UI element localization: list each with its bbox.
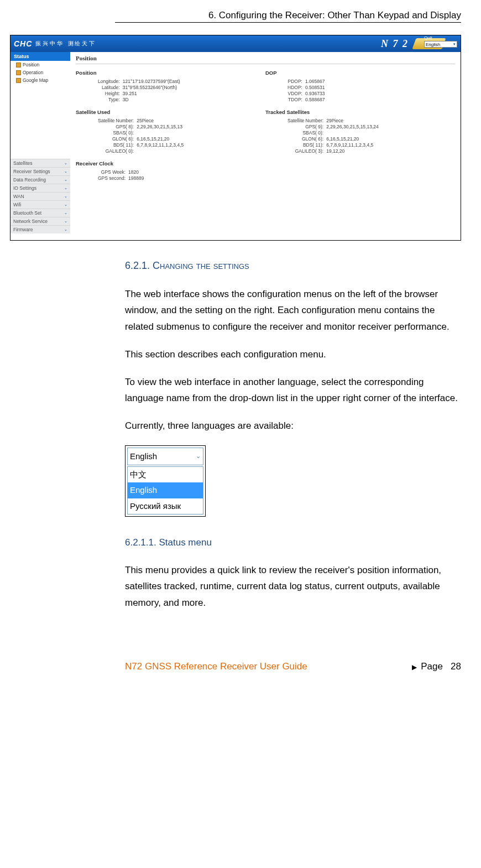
field-value: 6,16,5,15,21,20 — [326, 136, 381, 142]
field-value — [326, 129, 381, 136]
field-value — [137, 129, 186, 136]
field-label: SBAS( 0): — [98, 129, 137, 136]
field-label: GALILEO( 3): — [287, 148, 326, 154]
heading-status-menu: 6.2.1.1. Status menu — [125, 534, 461, 551]
field-value: 198889 — [128, 175, 147, 181]
field-value: 19,12,20 — [326, 148, 381, 154]
field-value: 2,29,26,30,21,5,15,13,24 — [326, 123, 381, 129]
field-value: 6,7,8,9,12,11,1,2,3,4,5 — [137, 142, 186, 148]
sidebar-item-wifi[interactable]: Wifi⌄ — [11, 200, 70, 209]
field-label: Satellite Number: — [287, 117, 326, 123]
sidebar-sub-operation[interactable]: Operation — [11, 69, 70, 76]
field-label: Type: — [98, 96, 123, 102]
field-value: 3D — [123, 96, 183, 102]
footer-guide-title: N72 GNSS Reference Receiver User Guide — [125, 661, 412, 672]
sidebar-sub-position[interactable]: Position — [11, 61, 70, 69]
brand-tagline: 振 兴 中 华 测 绘 天 下 — [35, 40, 95, 48]
paragraph: To view the web interface in another lan… — [125, 374, 461, 407]
field-label: GALILEO( 0): — [98, 148, 137, 154]
language-select[interactable]: English ▾ — [424, 41, 457, 48]
chevron-down-icon: ⌄ — [196, 451, 201, 461]
sidebar-item-receiver-settings[interactable]: Receiver Settings⌄ — [11, 167, 70, 175]
field-label: GPS Week: — [98, 169, 128, 175]
field-label: Latitude: — [98, 84, 123, 90]
chevron-down-icon: ▾ — [453, 42, 456, 46]
field-label: GPS( 8): — [98, 123, 137, 129]
webui-main: Position Position Longitude:121°17'19.02… — [70, 52, 461, 240]
chevron-down-icon: ⌄ — [64, 211, 67, 215]
position-panel: Position Longitude:121°17'19.02737599"(E… — [76, 70, 265, 102]
footer-page-number: 28 — [451, 661, 461, 672]
language-dropdown[interactable]: English ⌄ — [127, 448, 203, 465]
folder-icon — [16, 70, 21, 75]
field-label: TDOP: — [287, 96, 305, 102]
chapter-header: 6. Configuring the Receiver: Other Than … — [115, 10, 461, 23]
field-label: BDS( 11): — [287, 142, 326, 148]
field-label: BDS( 11): — [98, 142, 137, 148]
field-value: 0.588687 — [305, 96, 327, 102]
language-dropdown-figure: English ⌄ 中文 English Русский язык — [125, 445, 206, 517]
field-value: 6,16,5,15,21,20 — [137, 136, 186, 142]
field-value: 121°17'19.02737599"(East) — [123, 78, 183, 84]
chevron-down-icon: ⌄ — [64, 178, 67, 182]
tracked-satellites-panel: Tracked Satellites Satellite Number:29Pi… — [265, 109, 455, 154]
sidebar-item-wan[interactable]: WAN⌄ — [11, 192, 70, 200]
sidebar-item-data-recording[interactable]: Data Recording⌄ — [11, 175, 70, 184]
language-dropdown-value: English — [130, 449, 157, 464]
chevron-down-icon: ⌄ — [64, 219, 67, 224]
sidebar-item-io-settings[interactable]: IO Settings⌄ — [11, 184, 70, 192]
heading-changing-settings: 6.2.1. Changing the settings — [125, 257, 461, 275]
sidebar-item-bluetooth[interactable]: Bluetooth Set⌄ — [11, 209, 70, 217]
sidebar-item-network-service[interactable]: Network Service⌄ — [11, 217, 70, 225]
satellite-used-panel: Satellite Used Satellite Number:25PieceG… — [76, 109, 265, 154]
quit-link[interactable]: Quit — [424, 35, 457, 40]
sidebar-sub-googlemap[interactable]: Google Map — [11, 76, 70, 84]
field-label: Height: — [98, 90, 123, 96]
page-footer: N72 GNSS Reference Receiver User Guide ▶… — [125, 661, 461, 672]
sidebar-item-firmware[interactable]: Firmware⌄ — [11, 225, 70, 233]
language-option-zh[interactable]: 中文 — [128, 467, 203, 482]
sidebar-item-status[interactable]: Status — [11, 52, 70, 61]
chevron-down-icon: ⌄ — [64, 227, 67, 232]
paragraph: The web interface shows the configuratio… — [125, 286, 461, 335]
footer-page-label: Page — [421, 661, 443, 672]
paragraph: This section describes each configuratio… — [125, 346, 461, 363]
sidebar-item-satellites[interactable]: Satellites⌄ — [11, 159, 70, 167]
field-value: 29Piece — [326, 117, 381, 123]
receiver-clock-panel: Receiver Clock GPS Week:1820GPS second:1… — [76, 160, 265, 181]
language-option-ru[interactable]: Русский язык — [128, 498, 203, 514]
chevron-down-icon: ⌄ — [64, 186, 67, 190]
field-label: GPS second: — [98, 175, 128, 181]
field-label: Longitude: — [98, 78, 123, 84]
webui-sidebar: Status Position Operation Google Map Sat… — [11, 52, 70, 240]
field-value: 1820 — [128, 169, 147, 175]
field-value: 0.936733 — [305, 90, 327, 96]
field-value: 25Piece — [137, 117, 186, 123]
field-label: GPS( 9): — [287, 123, 326, 129]
field-label: VDOP: — [287, 90, 305, 96]
webui-screenshot: CHC 振 兴 中 华 测 绘 天 下 N 7 2 Quit English ▾… — [10, 35, 461, 241]
field-value: 2,29,26,30,21,5,15,13 — [137, 123, 186, 129]
model-label: N 7 2 — [381, 38, 411, 50]
folder-icon — [16, 63, 21, 67]
field-value: 39.251 — [123, 90, 183, 96]
dop-panel: DOP PDOP:1.065867HDOP:0.508531VDOP:0.936… — [265, 70, 455, 102]
field-value: 0.508531 — [305, 84, 327, 90]
chevron-down-icon: ⌄ — [64, 161, 67, 165]
paragraph: Currently, three languages are available… — [125, 418, 461, 434]
brand-logo: CHC — [14, 39, 32, 48]
field-label: PDOP: — [287, 78, 305, 84]
language-option-en[interactable]: English — [128, 482, 203, 498]
paragraph: This menu provides a quick link to revie… — [125, 562, 461, 611]
webui-header-bar: CHC 振 兴 中 华 测 绘 天 下 N 7 2 Quit English ▾ — [11, 35, 461, 52]
chevron-down-icon: ⌄ — [64, 194, 67, 199]
field-value: 6,7,8,9,12,11,1,2,3,4,5 — [326, 142, 381, 148]
chevron-down-icon: ⌄ — [64, 169, 67, 174]
field-label: GLON( 6): — [98, 136, 137, 142]
field-value: 31°9'58.55232646"(North) — [123, 84, 183, 90]
field-label: GLON( 6): — [287, 136, 326, 142]
triangle-icon: ▶ — [412, 663, 417, 671]
language-value: English — [426, 42, 440, 47]
chevron-down-icon: ⌄ — [64, 202, 67, 207]
field-label: SBAS( 0): — [287, 129, 326, 136]
